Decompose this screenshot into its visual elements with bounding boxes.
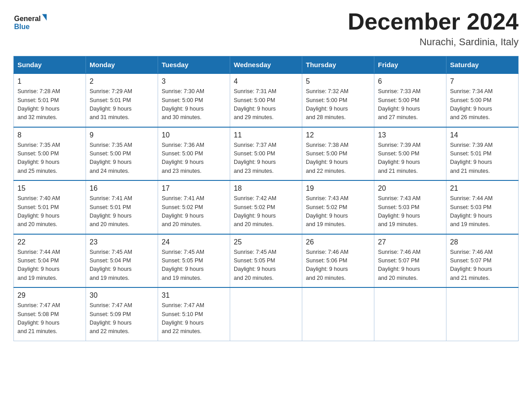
calendar-cell [374, 287, 446, 341]
calendar-week-row: 22Sunrise: 7:44 AMSunset: 5:04 PMDayligh… [14, 234, 519, 288]
day-info: Sunrise: 7:41 AMSunset: 5:02 PMDaylight:… [162, 194, 226, 229]
svg-marker-1 [42, 14, 47, 21]
day-info: Sunrise: 7:45 AMSunset: 5:05 PMDaylight:… [234, 248, 298, 283]
calendar-cell: 11Sunrise: 7:37 AMSunset: 5:00 PMDayligh… [230, 127, 302, 181]
day-number: 9 [90, 131, 154, 139]
day-number: 13 [378, 131, 442, 139]
calendar-cell: 20Sunrise: 7:43 AMSunset: 5:03 PMDayligh… [374, 180, 446, 234]
day-number: 7 [450, 77, 515, 86]
day-number: 15 [17, 184, 82, 193]
calendar-cell: 4Sunrise: 7:31 AMSunset: 5:00 PMDaylight… [230, 73, 302, 127]
calendar-cell: 3Sunrise: 7:30 AMSunset: 5:00 PMDaylight… [158, 73, 230, 127]
day-info: Sunrise: 7:46 AMSunset: 5:07 PMDaylight:… [450, 248, 515, 283]
day-info: Sunrise: 7:45 AMSunset: 5:05 PMDaylight:… [162, 248, 226, 283]
calendar-cell: 8Sunrise: 7:35 AMSunset: 5:00 PMDaylight… [14, 127, 86, 181]
day-info: Sunrise: 7:35 AMSunset: 5:00 PMDaylight:… [17, 141, 82, 176]
calendar-table: SundayMondayTuesdayWednesdayThursdayFrid… [13, 56, 519, 341]
day-info: Sunrise: 7:37 AMSunset: 5:00 PMDaylight:… [234, 141, 298, 176]
calendar-cell: 29Sunrise: 7:47 AMSunset: 5:08 PMDayligh… [14, 287, 86, 341]
calendar-cell: 18Sunrise: 7:42 AMSunset: 5:02 PMDayligh… [230, 180, 302, 234]
weekday-header-friday: Friday [374, 56, 446, 74]
day-info: Sunrise: 7:41 AMSunset: 5:01 PMDaylight:… [90, 194, 154, 229]
calendar-cell: 15Sunrise: 7:40 AMSunset: 5:01 PMDayligh… [14, 180, 86, 234]
calendar-cell [230, 287, 302, 341]
day-info: Sunrise: 7:47 AMSunset: 5:08 PMDaylight:… [17, 301, 82, 336]
day-number: 19 [306, 184, 370, 193]
day-number: 1 [17, 77, 82, 86]
day-number: 16 [90, 184, 154, 193]
day-info: Sunrise: 7:36 AMSunset: 5:00 PMDaylight:… [162, 141, 226, 176]
day-number: 20 [378, 184, 442, 193]
day-info: Sunrise: 7:44 AMSunset: 5:04 PMDaylight:… [17, 248, 82, 283]
day-info: Sunrise: 7:45 AMSunset: 5:04 PMDaylight:… [90, 248, 154, 283]
calendar-cell: 1Sunrise: 7:28 AMSunset: 5:01 PMDaylight… [14, 73, 86, 127]
day-number: 30 [90, 291, 154, 300]
calendar-week-row: 15Sunrise: 7:40 AMSunset: 5:01 PMDayligh… [14, 180, 519, 234]
day-number: 6 [378, 77, 442, 86]
day-number: 29 [17, 291, 82, 300]
day-info: Sunrise: 7:43 AMSunset: 5:03 PMDaylight:… [378, 194, 442, 229]
calendar-cell: 22Sunrise: 7:44 AMSunset: 5:04 PMDayligh… [14, 234, 86, 288]
calendar-cell: 19Sunrise: 7:43 AMSunset: 5:02 PMDayligh… [302, 180, 374, 234]
weekday-header-wednesday: Wednesday [230, 56, 302, 74]
weekday-header-tuesday: Tuesday [158, 56, 230, 74]
day-number: 14 [450, 131, 515, 139]
calendar-cell: 12Sunrise: 7:38 AMSunset: 5:00 PMDayligh… [302, 127, 374, 181]
calendar-cell: 27Sunrise: 7:46 AMSunset: 5:07 PMDayligh… [374, 234, 446, 288]
day-info: Sunrise: 7:31 AMSunset: 5:00 PMDaylight:… [234, 87, 298, 122]
day-number: 3 [162, 77, 226, 86]
day-info: Sunrise: 7:43 AMSunset: 5:02 PMDaylight:… [306, 194, 370, 229]
svg-text:General: General [14, 15, 41, 23]
day-info: Sunrise: 7:46 AMSunset: 5:06 PMDaylight:… [306, 248, 370, 283]
day-number: 31 [162, 291, 226, 300]
day-info: Sunrise: 7:47 AMSunset: 5:09 PMDaylight:… [90, 301, 154, 336]
day-info: Sunrise: 7:44 AMSunset: 5:03 PMDaylight:… [450, 194, 515, 229]
day-info: Sunrise: 7:33 AMSunset: 5:00 PMDaylight:… [378, 87, 442, 122]
calendar-cell: 2Sunrise: 7:29 AMSunset: 5:01 PMDaylight… [86, 73, 158, 127]
day-info: Sunrise: 7:40 AMSunset: 5:01 PMDaylight:… [17, 194, 82, 229]
calendar-cell: 21Sunrise: 7:44 AMSunset: 5:03 PMDayligh… [446, 180, 519, 234]
day-info: Sunrise: 7:42 AMSunset: 5:02 PMDaylight:… [234, 194, 298, 229]
calendar-cell: 6Sunrise: 7:33 AMSunset: 5:00 PMDaylight… [374, 73, 446, 127]
day-number: 8 [17, 131, 82, 139]
day-info: Sunrise: 7:38 AMSunset: 5:00 PMDaylight:… [306, 141, 370, 176]
weekday-header-row: SundayMondayTuesdayWednesdayThursdayFrid… [14, 56, 519, 74]
calendar-week-row: 8Sunrise: 7:35 AMSunset: 5:00 PMDaylight… [14, 127, 519, 181]
day-number: 21 [450, 184, 515, 193]
weekday-header-sunday: Sunday [14, 56, 86, 74]
calendar-cell: 14Sunrise: 7:39 AMSunset: 5:01 PMDayligh… [446, 127, 519, 181]
day-number: 2 [90, 77, 154, 86]
calendar-cell: 26Sunrise: 7:46 AMSunset: 5:06 PMDayligh… [302, 234, 374, 288]
day-number: 26 [306, 238, 370, 246]
svg-text:Blue: Blue [14, 23, 30, 30]
calendar-cell [446, 287, 519, 341]
calendar-cell: 17Sunrise: 7:41 AMSunset: 5:02 PMDayligh… [158, 180, 230, 234]
calendar-cell: 10Sunrise: 7:36 AMSunset: 5:00 PMDayligh… [158, 127, 230, 181]
location: Nurachi, Sardinia, Italy [348, 36, 519, 48]
calendar-cell: 30Sunrise: 7:47 AMSunset: 5:09 PMDayligh… [86, 287, 158, 341]
day-info: Sunrise: 7:47 AMSunset: 5:10 PMDaylight:… [162, 301, 226, 336]
calendar-cell: 16Sunrise: 7:41 AMSunset: 5:01 PMDayligh… [86, 180, 158, 234]
day-info: Sunrise: 7:28 AMSunset: 5:01 PMDaylight:… [17, 87, 82, 122]
calendar-cell: 24Sunrise: 7:45 AMSunset: 5:05 PMDayligh… [158, 234, 230, 288]
day-number: 23 [90, 238, 154, 246]
day-info: Sunrise: 7:29 AMSunset: 5:01 PMDaylight:… [90, 87, 154, 122]
calendar-cell: 9Sunrise: 7:35 AMSunset: 5:00 PMDaylight… [86, 127, 158, 181]
calendar-cell: 13Sunrise: 7:39 AMSunset: 5:00 PMDayligh… [374, 127, 446, 181]
logo-svg: General Blue [13, 9, 49, 34]
day-number: 25 [234, 238, 298, 246]
calendar-cell: 23Sunrise: 7:45 AMSunset: 5:04 PMDayligh… [86, 234, 158, 288]
day-info: Sunrise: 7:39 AMSunset: 5:00 PMDaylight:… [378, 141, 442, 176]
weekday-header-thursday: Thursday [302, 56, 374, 74]
day-number: 18 [234, 184, 298, 193]
day-number: 28 [450, 238, 515, 246]
day-info: Sunrise: 7:46 AMSunset: 5:07 PMDaylight:… [378, 248, 442, 283]
day-info: Sunrise: 7:39 AMSunset: 5:01 PMDaylight:… [450, 141, 515, 176]
day-number: 24 [162, 238, 226, 246]
calendar-cell [302, 287, 374, 341]
day-number: 5 [306, 77, 370, 86]
day-number: 12 [306, 131, 370, 139]
day-number: 4 [234, 77, 298, 86]
calendar-week-row: 29Sunrise: 7:47 AMSunset: 5:08 PMDayligh… [14, 287, 519, 341]
day-info: Sunrise: 7:30 AMSunset: 5:00 PMDaylight:… [162, 87, 226, 122]
